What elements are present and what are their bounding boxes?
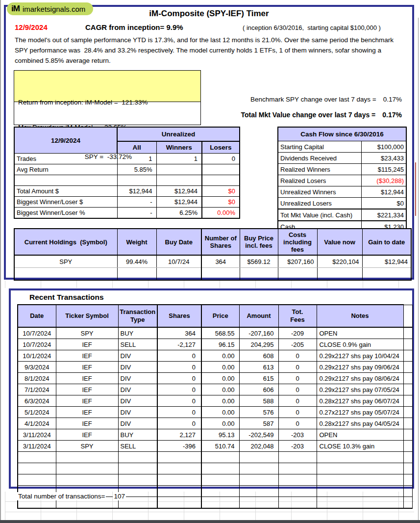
unrealized-winners-cell: 1 — [156, 154, 202, 164]
transaction-cell: 0.00 — [201, 418, 239, 429]
logo-pill[interactable]: iM imarketsignals.com — [7, 2, 93, 15]
transaction-cell: 0.29x2127 shs pay 10/04/24 — [317, 350, 403, 362]
transaction-empty-row — [18, 452, 412, 463]
background-gridlines-gap — [5, 281, 414, 288]
unrealized-row: Biggest Winner/Loser %-6.25%0.00% — [14, 208, 240, 219]
unrealized-row-label: Trades — [14, 154, 117, 164]
transaction-cell: 95.13 — [201, 429, 239, 441]
transaction-cell: -202,549 — [239, 429, 278, 441]
holdings-table-body: SPY99.44%10/7/24364$569.12$207,160$220,1… — [14, 255, 411, 280]
transaction-cell: 7/1/2024 — [18, 384, 56, 395]
transaction-cell: 0.00 — [201, 350, 239, 362]
unrealized-table-body: Trades110Avg Return5.85%Total Amount $$1… — [14, 154, 240, 219]
holdings-cell: SPY — [14, 255, 117, 268]
empty-cell — [278, 474, 317, 486]
empty-cell — [201, 474, 239, 486]
transaction-cell: 10/7/2024 — [18, 327, 56, 339]
transaction-cell: -209 — [278, 327, 317, 339]
transaction-cell: DIV — [118, 384, 157, 395]
transaction-cell: 202,048 — [239, 441, 278, 452]
transaction-cell: 0.00 — [201, 395, 239, 407]
cashflow-row-label: Starting Capital — [278, 141, 361, 153]
empty-cell — [18, 474, 56, 486]
holdings-col-header: Buy Price incl. fees — [240, 229, 278, 255]
empty-cell — [56, 474, 118, 486]
cashflow-header-row: Cash Flow since 6/30/2016 — [278, 127, 406, 141]
transaction-spill-cell — [403, 350, 412, 362]
holdings-cell: $569.12 — [240, 255, 278, 268]
holdings-cell: 364 — [201, 255, 240, 268]
empty-cell — [317, 486, 403, 497]
unrealized-losers-cell: 0 — [202, 154, 240, 164]
cashflow-row-label: Unrealized Winners — [278, 186, 361, 198]
transaction-spill-cell — [403, 339, 412, 350]
transaction-cell: IEF — [56, 395, 118, 407]
holdings-cell: 10/7/24 — [156, 255, 201, 268]
transaction-cell: DIV — [118, 362, 157, 373]
holdings-cell — [14, 268, 117, 281]
cashflow-table: Cash Flow since 6/30/2016 Starting Capit… — [277, 127, 407, 245]
transaction-cell: 0 — [157, 407, 201, 418]
transactions-count-label: Total number of transactions= — [17, 492, 106, 500]
inception-note: ( inception 6/30/2016, starting capital … — [243, 24, 381, 31]
transaction-row: 3/11/2024IEFBUY2,12795.13-202,549-203OPE… — [18, 429, 412, 441]
transaction-row: 7/1/2024IEFDIV00.0060600.29x2127 shs pay… — [18, 384, 412, 395]
transaction-cell: 0.00 — [201, 362, 239, 373]
transaction-cell: -203 — [278, 429, 317, 441]
empty-cell — [239, 474, 278, 486]
empty-cell — [403, 486, 412, 497]
unrealized-winners-cell: 6.25% — [156, 208, 202, 219]
empty-cell — [118, 474, 157, 486]
transactions-col-header: Amount — [239, 305, 278, 327]
unrealized-losers-cell: $0 — [202, 197, 240, 208]
cashflow-row: Realized Losers($30,288) — [278, 175, 406, 186]
transaction-cell: 0 — [278, 350, 317, 362]
transaction-cell: 0 — [157, 362, 201, 373]
empty-cell — [403, 463, 412, 474]
window-bottom-bar — [0, 520, 420, 523]
transaction-cell: 0 — [278, 395, 317, 407]
transaction-row: 5/1/2024IEFDIV00.0057600.27x2127 shs pay… — [18, 407, 412, 418]
unrealized-table: 12/9/2024 Unrealized AllWinnersLosers Tr… — [14, 127, 240, 219]
unrealized-col-header: Winners — [156, 141, 202, 154]
transaction-cell: IEF — [56, 362, 118, 373]
cashflow-row: Unrealized Losers$0 — [278, 198, 406, 209]
transaction-cell: 0.27x2127 shs pay 05/07/24 — [317, 407, 403, 418]
transactions-col-header: Transaction Type — [118, 305, 157, 327]
unrealized-all-cell: - — [117, 208, 156, 219]
holdings-cell — [362, 268, 411, 281]
logo-mark: iM — [11, 4, 20, 14]
transactions-header-row: DateTicker SymbolTransaction TypeSharesP… — [18, 305, 412, 327]
transaction-cell: 0.29x2127 shs pay 09/06/24 — [317, 362, 403, 373]
unrealized-header-row: 12/9/2024 Unrealized — [14, 127, 240, 141]
empty-cell — [201, 486, 239, 497]
empty-cell — [278, 452, 317, 463]
total-week-change: Total Mkt Value change over last 7 days … — [153, 111, 402, 119]
holdings-table: Current Holdings (Symbol)WeightBuy DateN… — [14, 228, 412, 281]
transaction-cell: IEF — [56, 418, 118, 429]
cashflow-row-value: $100,000 — [361, 141, 406, 153]
unrealized-winners-cell: $12,944 — [156, 197, 202, 208]
empty-cell — [278, 463, 317, 474]
transaction-row: 6/3/2024IEFDIV00.0058800.28x2127 shs pay… — [18, 395, 412, 407]
cashflow-row: Dividends Received$23,433 — [278, 153, 406, 164]
transaction-row: 10/7/2024SPYBUY364568.55-207,160-209OPEN — [18, 327, 412, 339]
transaction-cell: 0.29x2127 shs pay 07/05/24 — [317, 384, 403, 395]
cashflow-row: Unrealized Winners$12,944 — [278, 186, 406, 198]
transaction-cell: 9/3/2024 — [18, 362, 56, 373]
cashflow-row: Starting Capital$100,000 — [278, 141, 406, 153]
unrealized-row-label: Avg Return — [14, 164, 117, 175]
transaction-spill-cell — [403, 327, 412, 339]
holdings-col-header: Costs including fees — [278, 229, 317, 255]
transaction-cell: OPEN — [317, 327, 403, 339]
transaction-cell: 0 — [157, 418, 201, 429]
transaction-cell: DIV — [118, 373, 157, 384]
empty-cell — [201, 463, 239, 474]
holdings-cell — [117, 268, 156, 281]
transaction-empty-row — [18, 463, 412, 474]
transaction-cell: DIV — [118, 407, 157, 418]
empty-cell — [278, 497, 317, 509]
empty-cell — [403, 497, 412, 509]
unrealized-row — [14, 175, 240, 186]
holdings-col-header: Value now — [317, 229, 362, 255]
